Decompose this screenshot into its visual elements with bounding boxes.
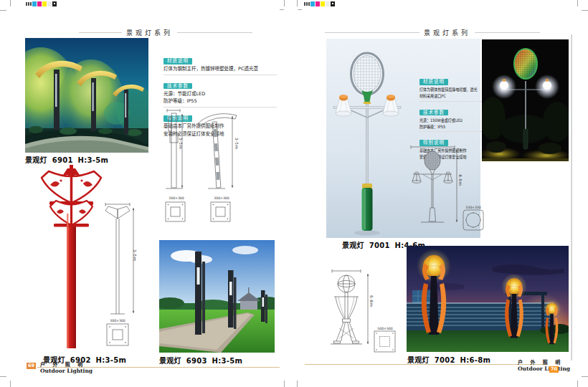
spec-line: 光源：节能灯或LED: [163, 90, 277, 98]
dim-base-6902: 300×300: [108, 318, 128, 322]
caption-6903: 景观灯 6903 H:3-5m: [159, 355, 242, 366]
crop-mark: [577, 381, 578, 387]
spec-line: 防护等级：IP55: [419, 123, 473, 130]
dim-height-pole-b: 3-5m: [234, 138, 239, 149]
tech-drawing-poles-left: [156, 108, 250, 222]
black-chip: [52, 1, 57, 6]
crop-mark-gutter: [297, 0, 298, 6]
dim-base-pole-b: 300×300: [212, 196, 232, 200]
night-photo-7001: [482, 39, 569, 161]
caption-7002: 景观灯 7002 H:6-8m: [407, 354, 490, 365]
dim-height-6902: 3-5m: [133, 249, 137, 261]
crop-mark: [582, 10, 588, 11]
crop-mark-gutter: [280, 9, 284, 10]
photo-6901-art: [25, 38, 148, 153]
cyan-chip: [310, 1, 315, 6]
yellow-chip: [42, 1, 47, 6]
dim-height-7002: 6-8m: [369, 295, 374, 307]
series-title: 景观灯系列: [126, 28, 173, 37]
dim-base-pole-a: 300×300: [166, 196, 186, 200]
print-mark-text: [30, 2, 32, 6]
footer-title-en-right: Outdoor Lighting: [518, 366, 570, 372]
dim-base-7002: 500×500: [374, 326, 395, 330]
print-mark-text: [304, 2, 305, 6]
crop-mark-gutter: [297, 381, 298, 387]
page-header-right: 景观灯系列: [325, 28, 540, 37]
crop-mark-gutter: [298, 9, 302, 10]
crop-mark: [0, 376, 6, 377]
photo-7002-art: [407, 246, 569, 352]
spec-line: 材料采用进口PC: [419, 92, 473, 99]
tech-drawing-art: [324, 262, 404, 357]
product-photo-6901: [25, 38, 148, 153]
print-mark-text: [26, 2, 27, 6]
spec-badge-tech: 技术参数: [163, 83, 192, 90]
spec-section-tech: 技术参数 光源：150W金卤灯或LED 防护等级：IP55: [419, 103, 483, 133]
spec-badge-tech: 技术参数: [419, 110, 448, 116]
spec-section-material: 材质说明 灯体为钢制主杆，热镀锌喷塑处理，PC透光罩: [163, 52, 277, 75]
crop-mark: [582, 376, 588, 377]
crop-mark: [577, 0, 578, 6]
dim-height-pole-a: 3-5m: [179, 138, 183, 149]
registration-color-bar: [304, 1, 335, 6]
print-mark-text: [308, 2, 310, 6]
tech-drawing-7002: [324, 262, 404, 357]
header-rule: [475, 32, 540, 33]
racket-head: [351, 53, 384, 96]
catalog-spread: 景观灯系列: [0, 0, 588, 387]
dim-height-7001: 4-6m: [458, 174, 463, 186]
photo-6903-art: [159, 240, 275, 353]
spec-line: 灯体为钢制主杆，热镀锌喷塑处理，PC透光罩: [163, 65, 277, 73]
spec-section-tech: 技术参数 光源：节能灯或LED 防护等级：IP55: [163, 77, 277, 108]
racket-grip: [362, 183, 373, 231]
crop-mark: [10, 381, 11, 387]
tech-drawing-art: [156, 108, 250, 222]
product-photo-6903: [159, 240, 275, 353]
crop-mark-gutter: [284, 0, 285, 6]
lamp-tier-1: [42, 171, 101, 205]
page-number-left: 69: [27, 363, 36, 369]
light-chip: [326, 1, 330, 6]
header-rule: [325, 32, 419, 33]
dim-base-7001: 330×330: [463, 205, 483, 209]
black-chip: [331, 1, 335, 6]
spec-badge-material: 材质说明: [419, 79, 448, 85]
light-chip: [47, 1, 52, 6]
series-title: 景观灯系列: [424, 28, 470, 37]
product-photo-6902: [37, 163, 109, 351]
registration-color-bar: [26, 1, 57, 6]
tech-drawing-7001: [407, 141, 488, 236]
tech-drawing-6902: [99, 201, 142, 348]
product-photo-7002: [407, 246, 569, 352]
lamp-tier-2: [50, 201, 93, 227]
footer-title-cn-right: 户 外 照 明: [518, 358, 563, 366]
crop-mark: [10, 0, 11, 6]
print-mark-text: [28, 2, 29, 6]
print-mark-text: [306, 2, 308, 6]
footer-title-en-left: Outdoor Lighting: [40, 368, 93, 374]
tech-drawing-art: [407, 141, 488, 236]
cyan-chip: [32, 1, 37, 6]
crop-mark-gutter: [284, 381, 285, 387]
night-photo-art: [482, 39, 569, 161]
spec-badge-material: 材质说明: [163, 58, 192, 64]
magenta-chip: [37, 1, 42, 6]
tech-drawing-art: [99, 201, 142, 348]
crop-mark: [0, 10, 6, 11]
spec-line: 光源：150W金卤灯或LED: [419, 117, 473, 123]
page-header-left: 景观灯系列: [79, 28, 252, 37]
magenta-chip: [316, 1, 320, 6]
page-number-right: 70: [549, 366, 559, 373]
page-edge-shadow: [571, 34, 572, 360]
spec-section-material: 材质说明 灯体为钢体热镀锌后静电喷塑，透光 材料采用进口PC: [419, 72, 483, 102]
footer-rule-right: [305, 364, 547, 365]
header-rule: [177, 32, 252, 33]
header-rule: [79, 32, 122, 33]
spec-line: 防护等级：IP55: [163, 97, 277, 105]
footer-title-cn-left: 户 外 照 明: [40, 360, 85, 368]
yellow-chip: [321, 1, 325, 6]
photo-6902-art: [37, 163, 109, 351]
spec-line: 灯体为钢体热镀锌后静电喷塑，透光: [419, 86, 473, 92]
